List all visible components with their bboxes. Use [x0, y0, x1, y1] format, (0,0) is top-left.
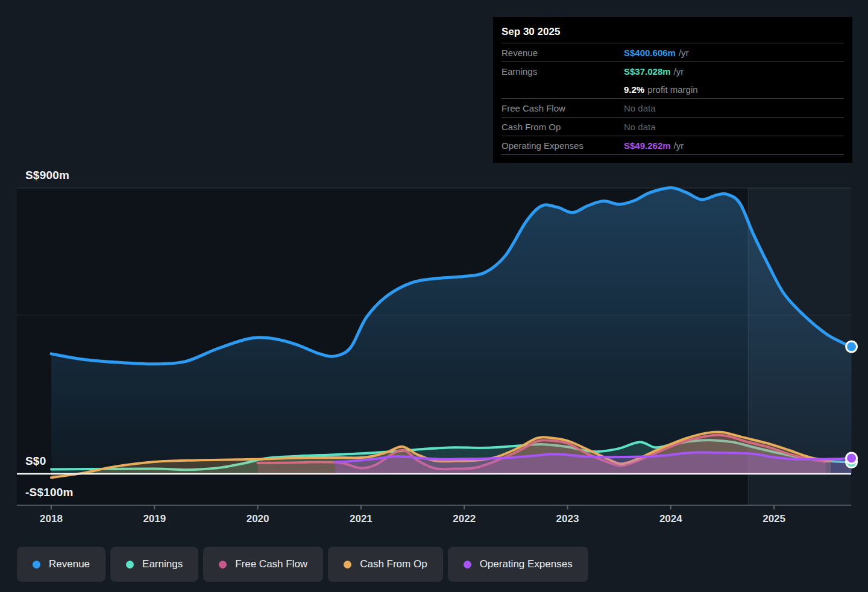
legend-item-revenue[interactable]: Revenue	[17, 547, 105, 582]
legend-label: Revenue	[49, 558, 90, 570]
x-axis-label-2024: 2024	[647, 513, 695, 525]
x-axis-label-2025: 2025	[750, 513, 798, 525]
tooltip-label: Revenue	[502, 48, 624, 58]
tooltip-label: Earnings	[502, 66, 624, 77]
profit-margin-pct: 9.2%	[624, 84, 644, 95]
legend-item-earnings[interactable]: Earnings	[110, 547, 198, 582]
tooltip-label: Cash From Op	[502, 122, 624, 132]
chart-tooltip: Sep 30 2025 Revenue S$400.606m /yr Earni…	[493, 17, 852, 163]
legend-label: Cash From Op	[360, 558, 427, 570]
x-axis-label-2022: 2022	[440, 513, 488, 525]
chart-legend: Revenue Earnings Free Cash Flow Cash Fro…	[17, 547, 588, 582]
x-axis-label-2018: 2018	[27, 513, 75, 525]
tooltip-value: No data	[624, 122, 656, 132]
tooltip-date: Sep 30 2025	[502, 20, 844, 43]
revenue-dot-icon	[33, 561, 40, 568]
tooltip-row-revenue: Revenue S$400.606m /yr	[502, 43, 844, 61]
x-axis-label-2020: 2020	[234, 513, 282, 525]
tooltip-label: Operating Expenses	[502, 140, 624, 151]
y-axis-label-0: S$0	[25, 455, 46, 468]
tooltip-label: Free Cash Flow	[502, 103, 624, 113]
operating-expenses-dot-icon	[464, 561, 471, 568]
x-axis-label-2021: 2021	[337, 513, 385, 525]
legend-item-operating-expenses[interactable]: Operating Expenses	[448, 547, 588, 582]
tooltip-row-operating-expenses: Operating Expenses S$49.262m /yr	[502, 136, 844, 154]
tooltip-row-profit-margin: 9.2% profit margin	[502, 80, 844, 98]
tooltip-value: S$400.606m	[624, 48, 676, 58]
tooltip-row-free-cash-flow: Free Cash Flow No data	[502, 98, 844, 117]
legend-label: Earnings	[142, 558, 183, 570]
tooltip-value: S$49.262m	[624, 140, 671, 151]
earnings-dot-icon	[126, 561, 134, 568]
cash-from-op-dot-icon	[344, 561, 351, 568]
earnings-revenue-chart: S$900m S$0 -S$100m 201820192020202120222…	[0, 0, 868, 592]
legend-label: Operating Expenses	[480, 558, 573, 570]
legend-item-free-cash-flow[interactable]: Free Cash Flow	[203, 547, 323, 582]
y-axis-label-neg100m: -S$100m	[25, 486, 74, 499]
free-cash-flow-dot-icon	[219, 561, 227, 568]
tooltip-unit: /yr	[679, 48, 689, 58]
tooltip-unit: /yr	[674, 66, 684, 77]
tooltip-value: No data	[624, 103, 656, 113]
profit-margin-text: profit margin	[647, 84, 697, 95]
legend-label: Free Cash Flow	[235, 558, 307, 570]
legend-item-cash-from-op[interactable]: Cash From Op	[328, 547, 442, 582]
tooltip-row-cash-from-op: Cash From Op No data	[502, 117, 844, 136]
x-axis-label-2023: 2023	[544, 513, 592, 525]
tooltip-unit: /yr	[674, 140, 684, 151]
x-axis-label-2019: 2019	[130, 513, 178, 525]
tooltip-row-earnings: Earnings S$37.028m /yr	[502, 61, 844, 80]
tooltip-value: S$37.028m	[624, 66, 671, 77]
y-axis-label-900m: S$900m	[25, 169, 69, 182]
